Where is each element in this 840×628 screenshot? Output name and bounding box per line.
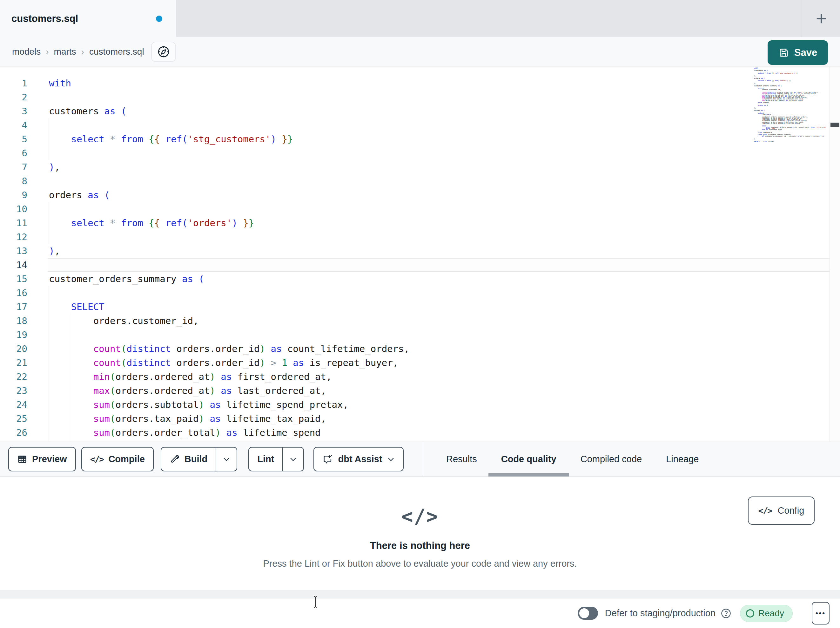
code-line-text: sum(orders.order_total) as lifetime_spen…	[47, 426, 829, 440]
code-line-text	[47, 202, 829, 216]
wrench-icon	[170, 454, 180, 464]
line-number: 16	[0, 286, 27, 300]
lint-split-button: Lint	[248, 447, 304, 471]
code-line-11[interactable]: 11 select * from {{ ref('orders') }}	[0, 216, 829, 230]
lint-button[interactable]: Lint	[249, 448, 282, 471]
line-number: 25	[0, 412, 27, 426]
code-line-14[interactable]: 14	[0, 258, 829, 272]
line-number: 17	[0, 300, 27, 314]
config-button-label: Config	[777, 505, 804, 516]
line-number: 18	[0, 314, 27, 328]
config-button[interactable]: </> Config	[748, 497, 815, 525]
help-circle-icon[interactable]	[720, 607, 732, 619]
panel-tab-code-quality[interactable]: Code quality	[501, 442, 556, 476]
code-line-10[interactable]: 10	[0, 202, 829, 216]
new-tab-button[interactable]	[802, 0, 840, 37]
code-line-text	[47, 230, 829, 244]
code-line-22[interactable]: 22 min(orders.ordered_at) as first_order…	[0, 370, 829, 384]
chevron-down-icon	[223, 457, 230, 462]
code-line-26[interactable]: 26 sum(orders.order_total) as lifetime_s…	[0, 426, 829, 440]
breadcrumb-separator-icon: ›	[76, 47, 89, 57]
code-line-text: select * from {{ ref('orders') }}	[47, 216, 829, 230]
line-number: 5	[0, 132, 27, 146]
code-line-2[interactable]: 2	[0, 90, 829, 104]
defer-toggle[interactable]	[578, 607, 598, 620]
code-line-18[interactable]: 18 orders.customer_id,	[0, 314, 829, 328]
breadcrumb-item-customers-sql[interactable]: customers.sql	[89, 47, 144, 57]
editor-action-bar: Preview </> Compile Build	[0, 441, 840, 477]
code-line-20[interactable]: 20 count(distinct orders.order_id) as co…	[0, 342, 829, 356]
navigate-compass-button[interactable]	[151, 42, 176, 62]
result-panel-tabs: ResultsCode qualityCompiled codeLineage	[446, 442, 699, 476]
line-number: 12	[0, 230, 27, 244]
toolbar-divider	[423, 442, 423, 476]
code-line-15[interactable]: 15customer_orders_summary as (	[0, 272, 829, 286]
code-line-1[interactable]: 1with	[0, 76, 829, 90]
code-line-text: ),	[47, 160, 829, 174]
code-line-7[interactable]: 7),	[0, 160, 829, 174]
code-line-19[interactable]: 19	[0, 328, 829, 342]
code-line-17[interactable]: 17 SELECT	[0, 300, 829, 314]
code-line-9[interactable]: 9orders as (	[0, 188, 829, 202]
more-options-button[interactable]: •••	[812, 602, 829, 625]
save-button[interactable]: Save	[767, 40, 828, 65]
panel-tab-results[interactable]: Results	[446, 442, 477, 476]
code-line-text	[47, 174, 829, 188]
line-number: 24	[0, 398, 27, 412]
indent-guide	[49, 202, 49, 244]
breadcrumb-item-marts[interactable]: marts	[54, 47, 76, 57]
breadcrumb-separator-icon: ›	[41, 47, 54, 57]
code-line-5[interactable]: 5 select * from {{ ref('stg_customers') …	[0, 132, 829, 146]
preview-button[interactable]: Preview	[8, 447, 76, 471]
code-brackets-icon: </>	[263, 505, 577, 528]
compile-button[interactable]: </> Compile	[81, 447, 154, 471]
line-number: 3	[0, 104, 27, 118]
line-number: 4	[0, 118, 27, 132]
ide-status-badge[interactable]: Ready	[740, 605, 793, 622]
build-dropdown-button[interactable]	[216, 448, 237, 471]
code-line-4[interactable]: 4	[0, 118, 829, 132]
line-number: 7	[0, 160, 27, 174]
build-button[interactable]: Build	[161, 448, 216, 471]
code-line-3[interactable]: 3customers as (	[0, 104, 829, 118]
code-line-25[interactable]: 25 sum(orders.tax_paid) as lifetime_tax_…	[0, 412, 829, 426]
code-quality-panel: </> There is nothing here Press the Lint…	[0, 477, 840, 590]
line-number: 9	[0, 188, 27, 202]
code-line-8[interactable]: 8	[0, 174, 829, 188]
code-line-13[interactable]: 13),	[0, 244, 829, 258]
editor-minimap[interactable]: withcustomers as ( select * from {{ ref(…	[754, 67, 829, 144]
code-line-24[interactable]: 24 sum(orders.subtotal) as lifetime_spen…	[0, 398, 829, 412]
code-line-12[interactable]: 12	[0, 230, 829, 244]
line-number: 15	[0, 272, 27, 286]
status-badge-label: Ready	[758, 608, 784, 619]
code-editor[interactable]: 1with23customers as (45 select * from {{…	[0, 67, 840, 441]
lint-dropdown-button[interactable]	[282, 448, 303, 471]
panel-tab-lineage[interactable]: Lineage	[666, 442, 699, 476]
file-tab-customers-sql[interactable]: customers.sql	[0, 0, 176, 37]
preview-button-label: Preview	[32, 454, 67, 464]
chevron-down-icon	[289, 457, 297, 462]
editor-tab-bar: customers.sql	[0, 0, 840, 37]
build-split-button: Build	[161, 447, 238, 471]
code-line-text	[47, 146, 829, 160]
code-line-text: with	[47, 76, 829, 90]
line-number: 10	[0, 202, 27, 216]
code-line-text: SELECT	[47, 300, 829, 314]
code-line-23[interactable]: 23 max(orders.ordered_at) as last_ordere…	[0, 384, 829, 398]
code-line-text: select * from {{ ref('stg_customers') }}	[47, 132, 829, 146]
status-bar: Defer to staging/production Ready •••	[0, 598, 840, 628]
breadcrumb-item-models[interactable]: models	[12, 47, 41, 57]
editor-scrollbar-thumb[interactable]	[831, 123, 839, 127]
line-number: 11	[0, 216, 27, 230]
table-grid-icon	[17, 454, 27, 464]
code-line-16[interactable]: 16	[0, 286, 829, 300]
line-number: 1	[0, 76, 27, 90]
code-line-21[interactable]: 21 count(distinct orders.order_id) > 1 a…	[0, 356, 829, 370]
editor-scrollbar-track[interactable]	[829, 67, 840, 441]
chevron-down-icon	[387, 457, 395, 462]
panel-tab-compiled-code[interactable]: Compiled code	[581, 442, 642, 476]
code-line-text: orders.customer_id,	[47, 314, 829, 328]
dbt-assist-button[interactable]: dbt Assist	[313, 447, 403, 471]
line-number: 13	[0, 244, 27, 258]
code-line-6[interactable]: 6	[0, 146, 829, 160]
